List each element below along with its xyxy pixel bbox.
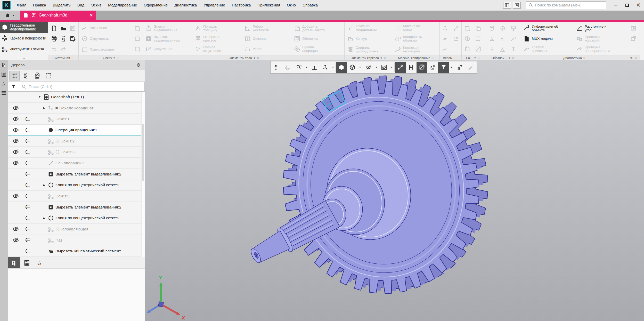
- tree-item-operation-axis-1[interactable]: ∈Ось операции:1: [8, 158, 145, 169]
- tree-item-gear-shaft-root[interactable]: ▼Gear-shaft (Тел-1): [8, 92, 145, 103]
- vtool-sketch-mode[interactable]: [282, 62, 293, 73]
- visibility-toggle-eye-off-icon[interactable]: [8, 237, 24, 244]
- group-grip-icon[interactable]: ⁙: [257, 57, 259, 59]
- expander-icon[interactable]: ▶: [42, 217, 46, 220]
- menu-diagnostics[interactable]: Диагностика: [171, 0, 200, 10]
- tree-item-cut-kinematic[interactable]: ∈Вырезать кинематический элемент: [8, 246, 145, 257]
- ribbon-button-ra-5[interactable]: R: [474, 34, 483, 44]
- ribbon-button-rib[interactable]: Ребро жесткости: [244, 23, 294, 34]
- tree-search-input[interactable]: [29, 84, 144, 89]
- vtool-hide-objects-dropdown-icon[interactable]: ▼: [374, 62, 379, 73]
- rail-rail-variables[interactable]: fx: [3, 81, 5, 86]
- vtool-hide-in-components[interactable]: [379, 62, 389, 73]
- group-grip-icon[interactable]: ⁙: [431, 57, 433, 59]
- ribbon-button-contour[interactable]: Контур: [347, 34, 392, 44]
- visibility-toggle-eye-off-icon[interactable]: [8, 105, 24, 111]
- tab-close-icon[interactable]: ✕: [89, 13, 93, 18]
- menu-sketch[interactable]: Эскиз: [88, 0, 105, 10]
- tree-item-revolve-1[interactable]: ∈Операция вращения:1: [8, 125, 145, 136]
- group-grip-icon[interactable]: ⁙: [512, 57, 513, 59]
- ribbon-button-print[interactable]: [50, 34, 59, 44]
- ribbon-button-ra-1[interactable]: [463, 23, 472, 34]
- group-dropdown-icon[interactable]: ▼: [508, 57, 510, 59]
- tree-tool-tree-selection[interactable]: [43, 71, 54, 81]
- ribbon-button-cylindrical-helix[interactable]: Спираль цилиндрическ...: [347, 44, 392, 55]
- close-button[interactable]: ✕: [633, 0, 644, 10]
- ribbon-button-extrude[interactable]: Элемент выдавливания: [145, 23, 195, 34]
- group-grip-icon[interactable]: ⁙: [583, 57, 585, 59]
- ribbon-button-add-stock-part[interactable]: Добавить деталь-загото...: [294, 23, 343, 34]
- ribbon-button-sketch-extra-3[interactable]: [133, 44, 142, 54]
- ribbon-button-continuity-check[interactable]: G?Проверка непрерывности: [576, 44, 628, 54]
- ribbon-button-open-document[interactable]: [59, 23, 68, 34]
- ribbon-button-den-2[interactable]: E: [487, 34, 496, 44]
- ribbon-button-ch-1[interactable]: T: [629, 23, 638, 34]
- ribbon-button-distance-angle[interactable]: ?Расстояние и угол: [576, 23, 628, 34]
- visibility-toggle-eye-off-icon[interactable]: [8, 138, 24, 145]
- ribbon-button-save[interactable]: [68, 23, 77, 34]
- tree-item-origin[interactable]: ▶Начало координат: [8, 103, 145, 114]
- ribbon-button-den-7[interactable]: [509, 23, 518, 34]
- group-grip-icon[interactable]: ⁙: [477, 57, 479, 59]
- panel-tab-variables[interactable]: fx: [34, 257, 46, 268]
- orientation-triad[interactable]: YX: [145, 275, 204, 321]
- rail-rail-tree[interactable]: [1, 62, 7, 68]
- vtool-display-wireframe-dropdown-icon[interactable]: ▼: [358, 62, 362, 73]
- vtool-eyedropper[interactable]: [465, 62, 476, 73]
- tree-item-cut-extrude-2b[interactable]: ∈Вырезать элемент выдавливания:2: [8, 202, 145, 213]
- ribbon-button-sketch-extra-2[interactable]: [133, 34, 142, 44]
- vtool-display-wireframe[interactable]: [347, 62, 358, 73]
- vtool-sketch-display[interactable]: [427, 62, 438, 73]
- ribbon-button-ra-4[interactable]: [474, 23, 483, 34]
- rail-rail-parameters[interactable]: [1, 71, 7, 77]
- visibility-toggle-eye-off-icon[interactable]: [8, 193, 24, 199]
- document-tab[interactable]: Gear-shaft.m3d ✕: [20, 11, 96, 20]
- ribbon-button-collision-check[interactable]: Проверка коллизий: [576, 34, 628, 44]
- menu-select[interactable]: Выделить: [50, 0, 74, 10]
- workspace-settings-icon[interactable]: [513, 2, 521, 9]
- ribbon-button-rectangle[interactable]: Прямоугольник: [81, 44, 133, 55]
- vtool-orientation[interactable]: [320, 62, 331, 73]
- group-grip-icon[interactable]: ⁙: [384, 57, 386, 59]
- ribbon-tab-solid-modeling[interactable]: Твердотельное моделирование: [0, 22, 48, 33]
- menu-modeling[interactable]: Моделирование: [105, 0, 140, 10]
- expander-icon[interactable]: ▶: [42, 107, 46, 109]
- vtool-normal-to[interactable]: [309, 62, 320, 73]
- group-dropdown-icon[interactable]: ▼: [253, 57, 256, 59]
- menu-help[interactable]: Справка: [299, 0, 321, 10]
- tree-item-cut-extrude-2[interactable]: ∈Вырезать элемент выдавливания:2: [8, 169, 145, 180]
- ribbon-button-ra-3[interactable]: [463, 44, 472, 54]
- ribbon-button-curvature-graph[interactable]: График кривизны: [523, 44, 576, 54]
- vtool-snaps[interactable]: [395, 62, 406, 73]
- menu-window[interactable]: Окно: [283, 0, 299, 10]
- group-dropdown-icon[interactable]: ▼: [113, 57, 115, 59]
- home-tab[interactable]: ▼: [0, 11, 20, 20]
- menu-applications[interactable]: Приложения: [254, 0, 284, 10]
- expander-icon[interactable]: ▶: [42, 184, 46, 187]
- ribbon-button-preview[interactable]: [59, 34, 68, 44]
- ribbon-button-undo[interactable]: [50, 44, 59, 54]
- visibility-toggle-eye-off-icon[interactable]: [8, 160, 24, 166]
- ribbon-button-den-6[interactable]: [498, 44, 507, 54]
- vtool-filter-objects-dropdown-icon[interactable]: ▼: [449, 62, 454, 73]
- ribbon-button-aux-2[interactable]: [441, 34, 450, 44]
- vtool-toolbar-handle[interactable]: [271, 62, 282, 73]
- ribbon-button-circle[interactable]: Окружность: [81, 34, 133, 44]
- group-grip-icon[interactable]: ⁙: [635, 57, 637, 59]
- maximize-button[interactable]: [621, 0, 633, 10]
- visibility-toggle-eye-off-icon[interactable]: [8, 149, 24, 155]
- ribbon-button-draft[interactable]: Уклон: [244, 44, 294, 54]
- tree-item-sketch-5[interactable]: ∈Эскиз:5: [8, 191, 145, 202]
- expander-icon[interactable]: ▼: [38, 95, 42, 98]
- ribbon-button-den-4[interactable]: [498, 23, 507, 34]
- ribbon-button-aux-3[interactable]: [441, 44, 450, 54]
- vtool-clipping[interactable]: [417, 62, 427, 73]
- ribbon-button-save-as[interactable]: [68, 34, 77, 44]
- menu-view[interactable]: Вид: [74, 0, 88, 10]
- app-logo-icon[interactable]: K: [2, 1, 11, 10]
- ribbon-button-ra-2[interactable]: [463, 34, 472, 44]
- vtool-filter-objects[interactable]: [438, 62, 449, 73]
- tree-tool-tree-structure[interactable]: [21, 71, 31, 81]
- ribbon-button-copy-objects[interactable]: Копировать объекты: [395, 34, 439, 44]
- rail-rail-menu[interactable]: [1, 90, 7, 96]
